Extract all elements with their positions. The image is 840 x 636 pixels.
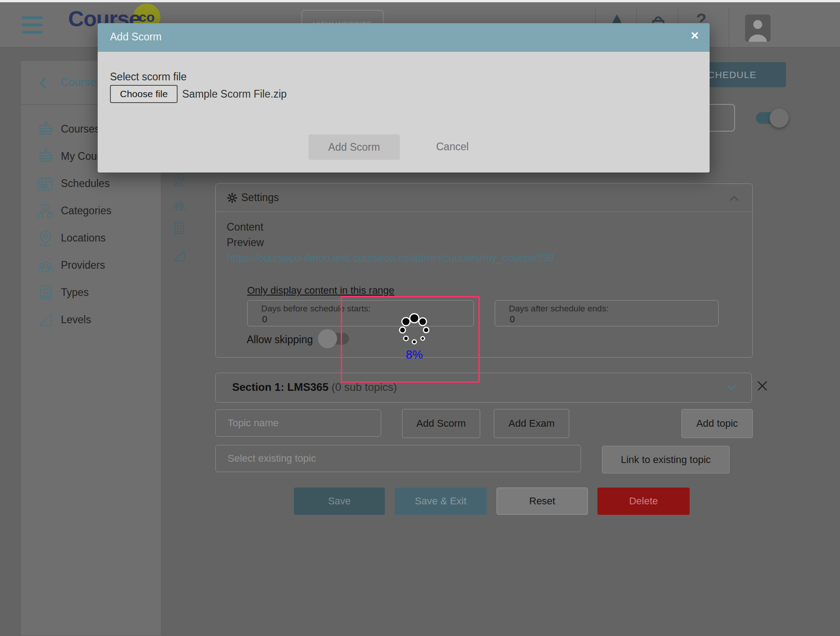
delete-button[interactable]: Delete (597, 488, 690, 515)
preview-url-link[interactable]: https://courseco-demo.test.courseco.co/a… (227, 252, 554, 264)
link-existing-topic-button[interactable]: Link to existing topic (602, 446, 730, 473)
days-after-field[interactable]: Days after schedule ends: 0 (495, 300, 719, 326)
modal-close-icon[interactable]: × (691, 28, 699, 43)
save-exit-button[interactable]: Save & Exit (395, 488, 487, 515)
sidebar-item-schedules[interactable]: Schedules (21, 170, 161, 197)
back-chevron-icon[interactable] (39, 77, 46, 89)
hamburger-menu-icon[interactable] (22, 16, 43, 34)
reset-button[interactable]: Reset (497, 488, 588, 515)
status-toggle-on[interactable] (756, 108, 789, 128)
levels-triangle-icon (37, 311, 54, 329)
journal-icon (37, 284, 54, 301)
rail-people-icon[interactable] (172, 197, 186, 212)
settings-panel-header[interactable]: Settings (216, 184, 752, 212)
add-topic-button[interactable]: Add topic (681, 409, 753, 438)
loading-spinner (396, 312, 432, 348)
people-group-icon (37, 257, 54, 274)
select-existing-topic-input[interactable] (215, 445, 581, 472)
section-subtopics-count: (0 sub topics) (328, 381, 397, 393)
selected-file-name: Sample Scorm File.zip (182, 88, 287, 100)
select-scorm-file-label: Select scorm file (110, 71, 187, 83)
hierarchy-icon (37, 202, 54, 220)
modal-header: Add Scorm × (98, 23, 710, 52)
map-pin-icon (37, 230, 54, 247)
add-exam-button[interactable]: Add Exam (494, 409, 569, 438)
sidebar-item-locations[interactable]: Locations (21, 225, 161, 252)
rail-journal-icon[interactable] (172, 222, 186, 236)
allow-skipping-label: Allow skipping (247, 334, 313, 346)
chevron-down-icon[interactable] (727, 385, 736, 391)
header-divider (729, 8, 729, 47)
days-after-label: Days after schedule ends: (509, 304, 609, 314)
section-header[interactable]: Section 1: LMS365 (0 sub topics) (215, 373, 752, 403)
days-before-value: 0 (262, 314, 267, 325)
settings-title: Settings (241, 192, 279, 204)
add-scorm-modal: Add Scorm × Select scorm file Choose fil… (98, 23, 710, 173)
modal-title: Add Scorm (110, 31, 162, 43)
section-close-icon[interactable] (756, 380, 769, 392)
progress-percent: 8% (392, 348, 437, 362)
section-title: Section 1: LMS365 (0 sub topics) (232, 381, 397, 394)
rail-location-pin-icon[interactable] (172, 173, 186, 187)
user-avatar[interactable] (745, 15, 770, 42)
modal-body: Select scorm file Choose file Sample Sco… (98, 52, 710, 173)
range-label: Only display content in this range (247, 285, 394, 296)
topic-name-input[interactable] (215, 409, 381, 437)
sidebar-item-types[interactable]: Types (21, 279, 161, 306)
settings-panel: Settings Content Preview https://coursec… (215, 183, 753, 358)
sidebar-item-providers[interactable]: Providers (21, 252, 161, 279)
books-icon (37, 148, 54, 165)
days-after-value: 0 (510, 314, 515, 325)
sidebar-item-levels[interactable]: Levels (21, 306, 161, 334)
chevron-up-icon[interactable] (730, 196, 739, 201)
choose-file-button[interactable]: Choose file (110, 85, 178, 103)
save-button[interactable]: Save (294, 488, 385, 515)
gear-icon (227, 192, 238, 203)
modal-add-scorm-button[interactable]: Add Scorm (308, 134, 400, 160)
preview-label: Preview (227, 237, 264, 249)
content-label: Content (227, 221, 263, 233)
sidebar-back-title[interactable]: Courses (61, 76, 101, 89)
add-scorm-button[interactable]: Add Scorm (402, 409, 480, 438)
calendar-icon (37, 175, 54, 192)
sidebar-item-categories[interactable]: Categories (21, 197, 161, 225)
books-icon (37, 121, 54, 138)
rail-levels-icon[interactable] (172, 249, 186, 263)
modal-cancel-button[interactable]: Cancel (436, 141, 469, 153)
